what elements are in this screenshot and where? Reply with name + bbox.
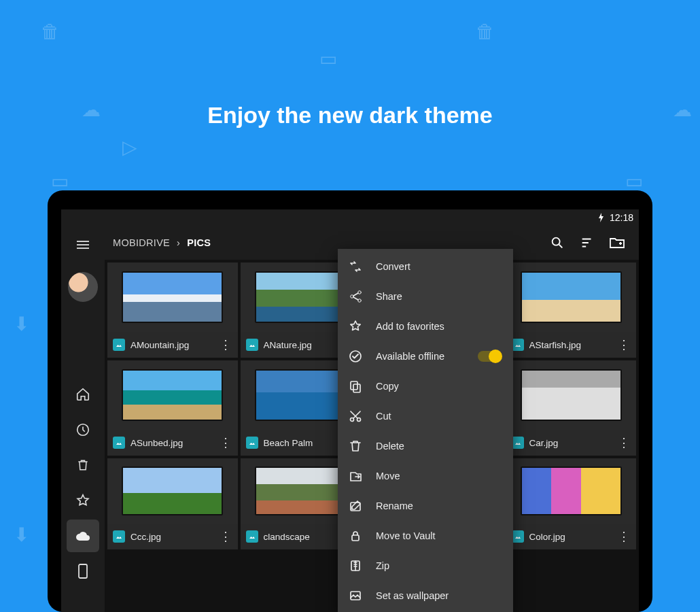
svg-rect-7 bbox=[116, 439, 122, 446]
menu-button[interactable] bbox=[75, 237, 91, 253]
menu-item-label: Set as wallpaper bbox=[376, 590, 501, 601]
rail-home[interactable] bbox=[67, 378, 99, 411]
file-card[interactable]: Color.jpg⋮ bbox=[506, 458, 637, 549]
offline-toggle[interactable] bbox=[478, 351, 501, 362]
folder-doodle-icon: ▭ bbox=[625, 170, 643, 192]
image-file-icon bbox=[246, 437, 258, 449]
tablet-frame: 12:18 bbox=[48, 190, 652, 612]
file-thumb bbox=[506, 458, 637, 524]
star-icon bbox=[349, 320, 362, 333]
file-name: AMountain.jpg bbox=[130, 340, 213, 350]
file-card[interactable]: Car.jpg⋮ bbox=[506, 360, 637, 456]
svg-rect-3 bbox=[116, 341, 122, 348]
image-file-icon bbox=[246, 530, 258, 543]
file-more-button[interactable]: ⋮ bbox=[219, 437, 232, 449]
file-doodle-icon: ▭ bbox=[319, 48, 337, 70]
menu-item-label: Zip bbox=[376, 560, 501, 571]
file-name: Car.jpg bbox=[529, 438, 612, 448]
context-menu: ConvertShareAdd to favoritesAvailable of… bbox=[338, 249, 513, 612]
hero-headline: Enjoy the new dark theme bbox=[0, 102, 700, 129]
file-name: clandscape bbox=[264, 532, 347, 542]
menu-item-move[interactable]: Move bbox=[338, 461, 513, 491]
file-name: Color.jpg bbox=[529, 532, 612, 542]
image-file-icon bbox=[113, 437, 125, 449]
menu-item-star[interactable]: Add to favorites bbox=[338, 311, 513, 341]
file-caption: Color.jpg⋮ bbox=[506, 524, 637, 549]
vault-icon bbox=[349, 529, 362, 543]
file-card[interactable]: ASunbed.jpg⋮ bbox=[107, 360, 238, 456]
menu-item-rename[interactable]: Rename bbox=[338, 491, 513, 521]
image-file-icon bbox=[113, 530, 125, 543]
svg-rect-10 bbox=[514, 439, 521, 446]
check-icon bbox=[349, 350, 362, 363]
file-caption: AMountain.jpg⋮ bbox=[107, 332, 238, 358]
menu-item-check[interactable]: Available offline bbox=[338, 341, 513, 371]
cut-icon bbox=[349, 409, 362, 423]
status-bar: 12:18 bbox=[61, 209, 639, 226]
avatar[interactable] bbox=[68, 272, 98, 302]
menu-item-cut[interactable]: Cut bbox=[338, 401, 513, 431]
image-file-icon bbox=[246, 339, 258, 351]
menu-item-share[interactable]: Share bbox=[338, 282, 513, 311]
file-name: AStarfish.jpg bbox=[529, 340, 612, 350]
rail-device[interactable] bbox=[67, 555, 99, 588]
rename-icon bbox=[349, 499, 362, 513]
menu-item-trash[interactable]: Delete bbox=[338, 431, 513, 461]
breadcrumb[interactable]: MOBIDRIVE › PICS bbox=[113, 237, 211, 248]
rail-cloud[interactable] bbox=[67, 520, 99, 552]
file-card[interactable]: AStarfish.jpg⋮ bbox=[506, 262, 637, 358]
file-caption: Ccc.jpg⋮ bbox=[107, 524, 238, 549]
search-button[interactable] bbox=[545, 231, 570, 255]
zip-icon bbox=[349, 559, 362, 573]
file-card[interactable]: Ccc.jpg⋮ bbox=[107, 458, 238, 549]
chevron-right-icon: › bbox=[177, 237, 180, 248]
svg-rect-11 bbox=[116, 533, 122, 540]
trash-doodle-icon: 🗑 bbox=[41, 20, 60, 43]
menu-item-zip[interactable]: Zip bbox=[338, 551, 513, 581]
svg-rect-6 bbox=[514, 341, 521, 348]
main-area: MOBIDRIVE › PICS AMo bbox=[105, 226, 639, 612]
file-more-button[interactable]: ⋮ bbox=[617, 339, 631, 351]
download-doodle-icon: ⬇ bbox=[14, 524, 29, 546]
menu-item-label: Convert bbox=[376, 261, 501, 272]
folder-doodle-icon: ▭ bbox=[51, 170, 69, 192]
rail-trash[interactable] bbox=[67, 449, 99, 481]
crumb-root[interactable]: MOBIDRIVE bbox=[113, 237, 170, 248]
file-more-button[interactable]: ⋮ bbox=[617, 437, 631, 449]
file-more-button[interactable]: ⋮ bbox=[617, 530, 631, 543]
svg-rect-8 bbox=[249, 439, 256, 446]
copy-icon bbox=[349, 379, 362, 393]
crumb-current: PICS bbox=[187, 237, 211, 248]
menu-item-copy[interactable]: Copy bbox=[338, 371, 513, 401]
menu-item-wallpaper[interactable]: Set as wallpaper bbox=[338, 581, 513, 611]
rail-recent[interactable] bbox=[67, 413, 99, 446]
menu-item-vault[interactable]: Move to Vault bbox=[338, 521, 513, 551]
svg-rect-4 bbox=[249, 341, 256, 348]
new-folder-button[interactable] bbox=[605, 231, 629, 255]
file-thumb bbox=[107, 458, 238, 524]
image-file-icon bbox=[512, 530, 524, 543]
file-more-button[interactable]: ⋮ bbox=[219, 530, 232, 543]
image-file-icon bbox=[113, 339, 125, 351]
svg-rect-1 bbox=[79, 564, 87, 578]
file-name: ASunbed.jpg bbox=[130, 438, 213, 448]
svg-point-2 bbox=[553, 238, 560, 245]
side-rail bbox=[61, 226, 105, 612]
menu-item-label: Delete bbox=[376, 441, 501, 452]
download-doodle-icon: ⬇ bbox=[14, 313, 29, 335]
sort-button[interactable] bbox=[575, 231, 599, 255]
menu-item-label: Available offline bbox=[376, 351, 464, 362]
menu-item-label: Move to Vault bbox=[376, 530, 501, 541]
file-name: Ccc.jpg bbox=[130, 532, 213, 542]
file-thumb bbox=[107, 360, 238, 430]
menu-item-convert[interactable]: Convert bbox=[338, 252, 513, 282]
wallpaper-icon bbox=[349, 589, 362, 602]
share-icon bbox=[349, 290, 362, 303]
file-thumb bbox=[506, 360, 637, 430]
menu-item-label: Move bbox=[376, 471, 501, 481]
trash-icon bbox=[349, 439, 362, 453]
file-more-button[interactable]: ⋮ bbox=[219, 339, 232, 351]
rail-favorites[interactable] bbox=[67, 484, 99, 517]
file-card[interactable]: AMountain.jpg⋮ bbox=[107, 262, 238, 358]
file-caption: Car.jpg⋮ bbox=[506, 430, 637, 456]
